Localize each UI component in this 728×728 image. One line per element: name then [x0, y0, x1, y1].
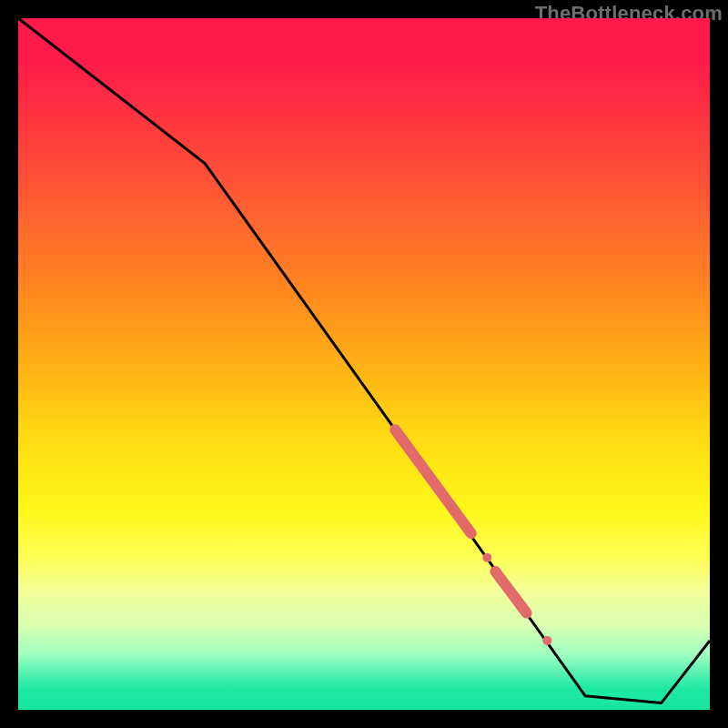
chart-frame: TheBottleneck.com	[0, 0, 728, 728]
markers-group	[395, 430, 551, 645]
marker-dot-2	[542, 636, 551, 645]
plot-area	[18, 18, 710, 710]
line-group	[18, 18, 710, 703]
chart-svg	[18, 18, 710, 710]
marker-dot-1	[482, 553, 491, 562]
series-bottleneck-curve	[18, 18, 710, 703]
marker-thick-segment-2	[495, 571, 526, 613]
marker-thick-segment-1	[395, 430, 471, 533]
